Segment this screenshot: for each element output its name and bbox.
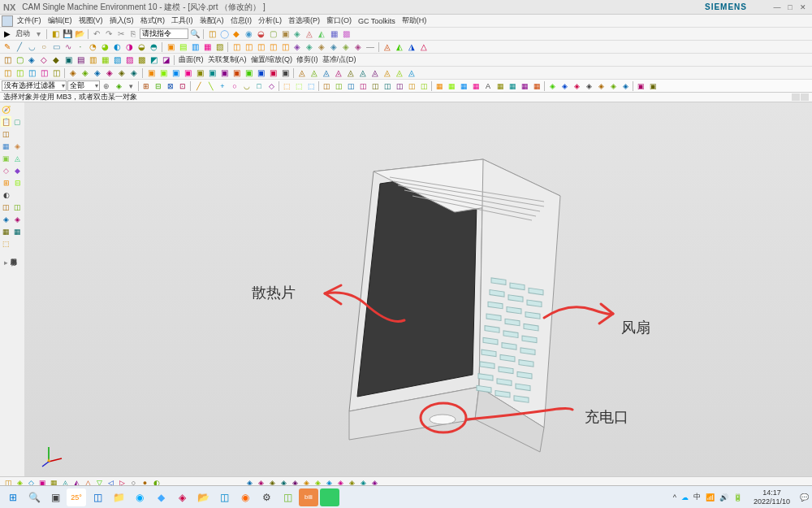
t4-4-icon[interactable]: ◫ — [38, 67, 50, 79]
lb-4b-icon[interactable]: ◬ — [12, 153, 23, 163]
tool-copy-icon[interactable]: ⎘ — [127, 28, 139, 40]
t3-surface[interactable]: 曲面(R) — [177, 54, 205, 65]
menu-gctoolkits[interactable]: GC Toolkits — [356, 17, 398, 25]
selection-filter[interactable]: 没有选择过滤器 — [2, 80, 67, 91]
tb-app5-icon[interactable]: ◫ — [214, 488, 234, 506]
t3-i13-icon[interactable]: ◩ — [148, 54, 159, 66]
t2-rect-icon[interactable]: ▭ — [50, 41, 62, 53]
tool-new-icon[interactable]: ▾ — [32, 28, 44, 40]
tool-search-icon[interactable]: 🔍 — [189, 28, 201, 40]
t3-i10-icon[interactable]: ▧ — [111, 54, 123, 66]
fb-14-icon[interactable]: ◇ — [266, 80, 277, 92]
menu-preferences[interactable]: 首选项(P) — [286, 15, 322, 26]
t2-b5-icon[interactable]: ▧ — [214, 41, 225, 53]
tray-wifi-icon[interactable]: 📶 — [706, 493, 715, 501]
fb-42-icon[interactable]: ◈ — [620, 80, 631, 92]
t4-6-icon[interactable]: ◈ — [67, 67, 79, 79]
t3-assoc-copy[interactable]: 关联复制(A) — [206, 54, 248, 65]
tb-app1-icon[interactable]: ◫ — [88, 488, 107, 506]
t4-28-icon[interactable]: ◬ — [345, 67, 356, 79]
t4-9-icon[interactable]: ◈ — [104, 67, 115, 79]
fb-1-icon[interactable]: ⊕ — [101, 80, 112, 92]
tb-app2-icon[interactable]: ◆ — [151, 488, 171, 506]
lb-9b-icon[interactable]: ◈ — [12, 214, 23, 224]
t4-1-icon[interactable]: ◫ — [2, 67, 13, 79]
fb-13-icon[interactable]: □ — [253, 80, 265, 92]
fb-35-icon[interactable]: ▦ — [531, 80, 542, 92]
minimize-button[interactable]: — — [771, 2, 783, 12]
fb-37-icon[interactable]: ◈ — [559, 80, 570, 92]
taskview-icon[interactable]: ▣ — [45, 488, 65, 506]
fb-25-icon[interactable]: ◫ — [406, 80, 417, 92]
fb-41-icon[interactable]: ◈ — [607, 80, 619, 92]
t3-i12-icon[interactable]: ▩ — [136, 54, 147, 66]
fb-7-icon[interactable]: ⊡ — [177, 80, 188, 92]
t4-23-icon[interactable]: ▣ — [279, 67, 291, 79]
menu-assembly[interactable]: 装配(A) — [197, 15, 227, 26]
t4-19-icon[interactable]: ▣ — [231, 67, 242, 79]
fb-10-icon[interactable]: + — [217, 80, 228, 92]
tool-g7-icon[interactable]: ▩ — [340, 28, 352, 40]
lb-3a-icon[interactable]: ▦ — [1, 141, 11, 151]
tool-redo-icon[interactable]: ↷ — [103, 28, 114, 40]
tb-edge-icon[interactable]: ◉ — [130, 488, 149, 506]
lb-nav-icon[interactable]: 🧭 — [1, 104, 11, 115]
t4-12-icon[interactable]: ▣ — [145, 67, 157, 79]
t4-17-icon[interactable]: ▣ — [206, 67, 218, 79]
fb-30-icon[interactable]: ▦ — [470, 80, 482, 92]
t2-c1-icon[interactable]: ◫ — [231, 41, 242, 53]
tool-cyl-icon[interactable]: ◯ — [218, 28, 230, 40]
t2-c3-icon[interactable]: ◫ — [255, 41, 266, 53]
t4-13-icon[interactable]: ▣ — [158, 67, 169, 79]
menu-file[interactable]: 文件(F) — [15, 15, 44, 26]
weather-icon[interactable]: 25° — [67, 488, 86, 506]
t4-32-icon[interactable]: ◬ — [394, 67, 405, 79]
t2-a1-icon[interactable]: ◔ — [87, 41, 98, 53]
t2-c12-icon[interactable]: — — [365, 41, 376, 53]
tb-app10-icon[interactable] — [320, 488, 339, 506]
fb-2-icon[interactable]: ◈ — [113, 80, 124, 92]
menu-view[interactable]: 视图(V) — [76, 15, 106, 26]
lb-9a-icon[interactable]: ◈ — [1, 214, 11, 224]
fb-11-icon[interactable]: ○ — [229, 80, 240, 92]
tool-sweep-icon[interactable]: ◆ — [231, 28, 242, 40]
lb-12a-icon[interactable]: ▸ — [1, 257, 11, 267]
tool-g1-icon[interactable]: ▢ — [267, 28, 279, 40]
t3-i1-icon[interactable]: ◫ — [2, 54, 13, 66]
fb-15-icon[interactable]: ⬚ — [281, 80, 292, 92]
fb-16-icon[interactable]: ⬚ — [293, 80, 304, 92]
fb-29-icon[interactable]: ▦ — [458, 80, 469, 92]
tool-cut-icon[interactable]: ✂ — [115, 28, 127, 40]
fb-21-icon[interactable]: ◫ — [357, 80, 369, 92]
t2-a3-icon[interactable]: ◐ — [111, 41, 123, 53]
t4-11-icon[interactable]: ◈ — [128, 67, 140, 79]
tray-ime[interactable]: 中 — [693, 492, 701, 502]
tool-g5-icon[interactable]: ◭ — [316, 28, 327, 40]
t3-i2-icon[interactable]: ▢ — [14, 54, 25, 66]
t2-c7-icon[interactable]: ◈ — [304, 41, 315, 53]
viewport-3d[interactable]: 散热片 风扇 充电口 — [24, 102, 812, 476]
t2-sketch-icon[interactable]: ✎ — [2, 41, 13, 53]
tool-revolve-icon[interactable]: ◉ — [243, 28, 254, 40]
tool-open-icon[interactable]: 📂 — [74, 28, 85, 40]
tool-g3-icon[interactable]: ◈ — [292, 28, 303, 40]
lb-4a-icon[interactable]: ▣ — [1, 153, 11, 163]
t2-line-icon[interactable]: ╱ — [14, 41, 25, 53]
tb-app7-icon[interactable]: ⚙ — [257, 488, 276, 506]
t4-7-icon[interactable]: ◈ — [80, 67, 91, 79]
fb-22-icon[interactable]: ◫ — [369, 80, 381, 92]
t3-offset[interactable]: 偏置/缩放(Q) — [249, 54, 295, 65]
fb-36-icon[interactable]: ◈ — [546, 80, 558, 92]
t3-i3-icon[interactable]: ◈ — [26, 54, 37, 66]
t2-a5-icon[interactable]: ◒ — [136, 41, 147, 53]
t2-b3-icon[interactable]: ▥ — [189, 41, 201, 53]
t4-21-icon[interactable]: ▣ — [255, 67, 266, 79]
t4-26-icon[interactable]: ◬ — [321, 67, 332, 79]
fb-3-icon[interactable]: ▾ — [125, 80, 136, 92]
t4-8-icon[interactable]: ◈ — [92, 67, 103, 79]
t2-d3-icon[interactable]: ◮ — [406, 41, 417, 53]
start-icon[interactable]: ▶ — [2, 28, 13, 40]
menu-edit[interactable]: 编辑(E) — [45, 15, 75, 26]
t3-i14-icon[interactable]: ◪ — [160, 54, 171, 66]
lb-3b-icon[interactable]: ◈ — [12, 141, 23, 151]
